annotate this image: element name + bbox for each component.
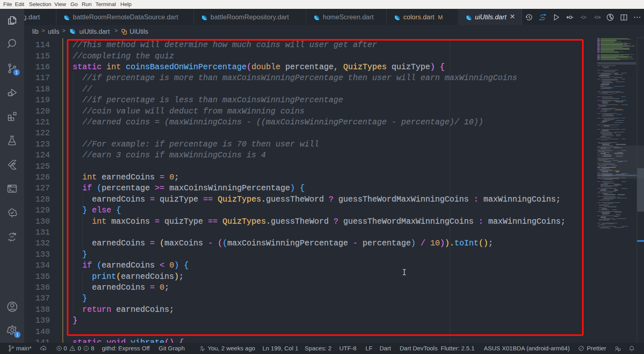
svg-text:diff: diff <box>10 235 14 238</box>
